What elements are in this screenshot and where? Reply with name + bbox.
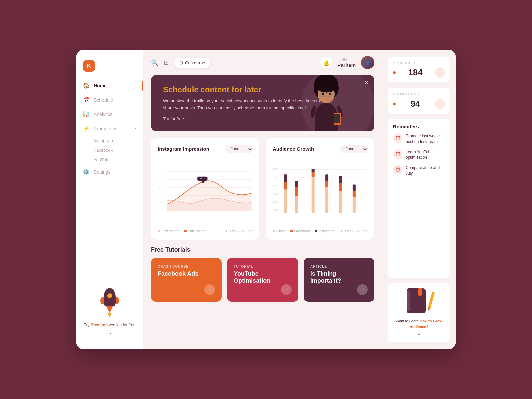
tutorial-label-facebook: CRASH COURSE xyxy=(158,265,215,268)
hero-description: We analyse the traffic on your social ne… xyxy=(163,98,323,112)
tutorial-card-timing[interactable]: ARTICLE Is Timing Important? → xyxy=(304,258,374,302)
last-month-dot xyxy=(158,230,160,232)
subnav-youtube[interactable]: YouTube xyxy=(94,155,143,165)
svg-text:1000: 1000 xyxy=(273,209,278,211)
svg-rect-40 xyxy=(295,196,298,213)
tutorial-label-youtube: TUTORIAL xyxy=(234,265,291,268)
home-icon: 🏠 xyxy=(83,82,90,89)
audience-date-range: 1 June - 30 June xyxy=(340,229,368,233)
user-name: Parham xyxy=(337,62,356,68)
settings-icon: ⚙️ xyxy=(83,169,90,175)
grid-button[interactable]: ⊞ xyxy=(164,59,169,66)
subnav-facebook[interactable]: Facebook xyxy=(94,145,143,155)
last-month-legend: Last month xyxy=(158,229,179,233)
analytics-icon: 📊 xyxy=(83,111,90,117)
instagram-legend: Last month This month xyxy=(158,229,206,233)
tutorial-arrow-timing[interactable]: → xyxy=(357,284,368,295)
hero-close-button[interactable]: ✕ xyxy=(364,79,369,86)
svg-text:4000: 4000 xyxy=(273,184,278,187)
tutorial-card-facebook[interactable]: CRASH COURSE Facebook Ads → xyxy=(151,258,222,302)
premium-arrow[interactable]: → xyxy=(83,331,136,336)
scheduled-stat-card: SCHEDULED 184 → xyxy=(388,57,450,82)
schedule-icon: 📅 xyxy=(83,97,90,103)
sidebar-premium: Try Premium version for free → xyxy=(76,281,143,342)
promotions-stat-card: PROMOTIONS 94 → xyxy=(388,88,450,114)
reminder-clock-icon-3: ⏰ xyxy=(393,165,402,174)
svg-point-4 xyxy=(329,93,331,95)
svg-rect-44 xyxy=(312,172,315,177)
svg-rect-51 xyxy=(339,176,342,183)
audience-chart-card: Audience Growth JuneJulyAugust 6000 5000… xyxy=(266,138,374,240)
svg-rect-9 xyxy=(334,114,340,123)
audience-bar-chart: 6000 5000 4000 3000 2000 1000 xyxy=(273,159,368,225)
tutorial-card-top: CRASH COURSE Facebook Ads xyxy=(158,265,215,277)
reminder-item-3: ⏰ Compare June and July xyxy=(393,165,445,176)
svg-text:5000: 5000 xyxy=(273,176,278,178)
audience-chart-header: Audience Growth JuneJulyAugust xyxy=(273,145,368,153)
audience-chart-dropdown[interactable]: JuneJulyAugust xyxy=(340,145,368,153)
hero-illustration xyxy=(305,75,348,131)
this-month-dot xyxy=(184,230,187,232)
promotions-subnav: Instagram Facebook YouTube xyxy=(76,136,143,165)
svg-text:1000: 1000 xyxy=(159,209,163,212)
search-button[interactable]: 🔍 xyxy=(151,59,158,66)
svg-text:3000: 3000 xyxy=(273,193,278,195)
logo-area: K xyxy=(76,57,143,78)
svg-rect-37 xyxy=(284,189,287,213)
notification-bell[interactable]: 🔔 xyxy=(320,57,332,68)
subnav-instagram[interactable]: Instagram xyxy=(94,136,143,145)
sidebar: K 🏠 Home 📅 Schedule 📊 Analytics ⚡ Promot… xyxy=(76,50,143,349)
svg-rect-42 xyxy=(295,181,298,187)
promotions-chevron: ▾ xyxy=(134,126,136,131)
sidebar-label-schedule: Schedule xyxy=(94,97,113,103)
promotions-icon: ⚡ xyxy=(83,125,90,132)
svg-rect-47 xyxy=(325,181,328,187)
tutorial-card-youtube[interactable]: TUTORIAL YouTube Optimisation → xyxy=(227,258,298,302)
top-bar: 🔍 ⊞ ⊞ Customise 🔔 Hello, Parham 👤 xyxy=(143,50,382,75)
reminder-clock-icon-1: ⏰ xyxy=(393,133,402,143)
sidebar-item-settings[interactable]: ⚙️ Settings xyxy=(76,165,143,179)
scheduled-dot xyxy=(393,71,396,74)
customise-button[interactable]: ⊞ Customise xyxy=(174,58,210,68)
tutorial-name-facebook: Facebook Ads xyxy=(158,270,215,277)
promotions-value-row: 94 → xyxy=(393,99,445,109)
svg-rect-39 xyxy=(284,174,287,182)
sidebar-item-schedule[interactable]: 📅 Schedule xyxy=(76,93,143,107)
svg-rect-53 xyxy=(353,191,356,197)
svg-rect-48 xyxy=(325,174,328,181)
svg-text:3000: 3000 xyxy=(159,194,163,196)
svg-text:2000: 2000 xyxy=(159,201,163,204)
book-art xyxy=(407,288,431,315)
tutorial-card-top: TUTORIAL YouTube Optimisation xyxy=(234,265,291,284)
instagram-chart-dropdown[interactable]: JuneJulyAugust xyxy=(225,145,253,153)
svg-text:2000: 2000 xyxy=(273,201,278,203)
sidebar-item-promotions[interactable]: ⚡ Promotions ▾ xyxy=(76,121,143,136)
book-arrow[interactable]: → xyxy=(393,332,445,337)
tutorial-arrow-youtube[interactable]: → xyxy=(281,284,292,295)
svg-rect-54 xyxy=(353,184,356,191)
tutorial-arrow-facebook[interactable]: → xyxy=(204,284,215,295)
grid-icon: ⊞ xyxy=(179,60,183,65)
reminder-item-2: ⏰ Learn YouTube optimisation xyxy=(393,149,445,161)
audience-chart-area: 6000 5000 4000 3000 2000 1000 xyxy=(273,159,368,225)
svg-rect-46 xyxy=(325,187,328,213)
reminder-text-2: Learn YouTube optimisation xyxy=(406,149,445,161)
promotions-arrow-button[interactable]: → xyxy=(435,99,445,109)
sidebar-item-analytics[interactable]: 📊 Analytics xyxy=(76,107,143,121)
instagram-chart-header: Instagram Impression JuneJulyAugust xyxy=(158,145,253,153)
instagram-dot xyxy=(315,230,317,232)
promotions-stat-label: PROMOTIONS xyxy=(393,92,445,96)
svg-rect-50 xyxy=(339,183,342,191)
svg-rect-49 xyxy=(339,191,342,213)
instagram-chart-footer: Last month This month 1 June - 30 June xyxy=(158,229,253,233)
instagram-chart-area: 6000 5000 4000 3000 2000 1000 xyxy=(158,159,253,225)
avatar: 👤 xyxy=(361,56,374,69)
content-body: ✕ Schedule content for later We analyse … xyxy=(143,75,382,349)
logo: K xyxy=(83,60,95,72)
scheduled-label: SCHEDULED xyxy=(393,61,445,65)
svg-point-3 xyxy=(322,93,324,95)
scheduled-arrow-button[interactable]: → xyxy=(435,68,445,78)
sidebar-item-home[interactable]: 🏠 Home xyxy=(76,78,143,93)
instagram-chart-title: Instagram Impression xyxy=(158,146,209,152)
book-panel: Want to Learn How to Grow Audience? → xyxy=(388,283,450,342)
